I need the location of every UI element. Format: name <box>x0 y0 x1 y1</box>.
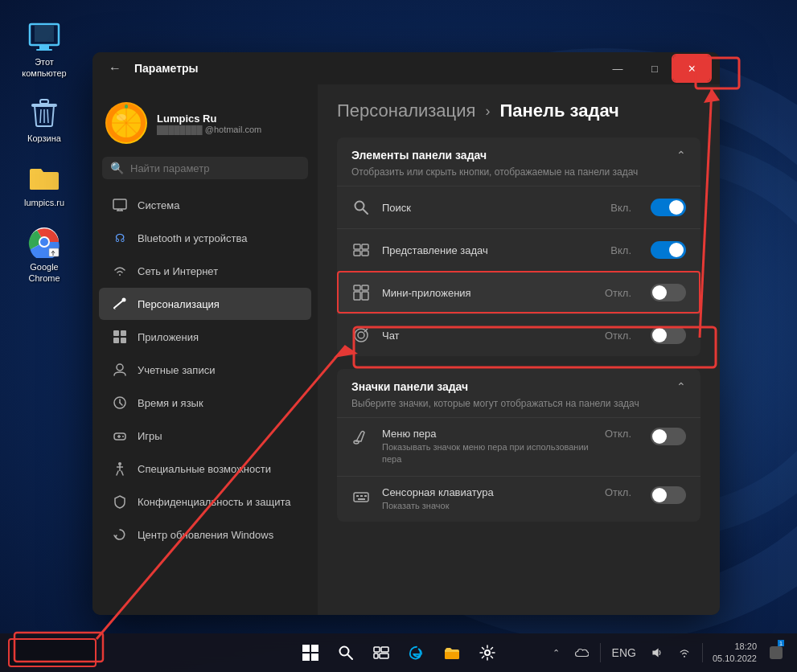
sidebar-item-accounts[interactable]: Учетные записи <box>99 354 311 386</box>
sidebar-item-network[interactable]: Сеть и Интернет <box>99 255 311 287</box>
taskbar-icons-section: Значки панели задач ⌃ Выберите значки, к… <box>337 369 700 522</box>
sidebar-item-network-label: Сеть и Интернет <box>138 265 218 277</box>
sidebar-item-accessibility-label: Специальные возможности <box>138 463 271 475</box>
svg-rect-77 <box>374 647 380 652</box>
section-title-taskbar-items: Элементы панели задач <box>351 149 487 162</box>
svg-rect-30 <box>113 338 119 343</box>
user-info: Lumpics Ru ████████ @hotmail.com <box>157 113 261 134</box>
svg-rect-63 <box>358 498 365 500</box>
taskbar-explorer-button[interactable] <box>436 633 468 672</box>
svg-rect-22 <box>113 199 126 209</box>
desktop-icon-folder[interactable]: lumpics.ru <box>12 157 76 213</box>
page-title: Панель задач <box>499 100 619 121</box>
toggle-task-view[interactable] <box>651 241 686 259</box>
user-profile[interactable]: Lumpics Ru ████████ @hotmail.com <box>92 94 318 157</box>
setting-label-search: Поиск <box>382 202 599 214</box>
svg-rect-29 <box>121 330 126 336</box>
setting-row-search: Поиск Вкл. <box>337 186 700 228</box>
nav-items: Система ☊ Bluetooth и устройства Сеть и … <box>92 189 318 551</box>
touch-keyboard-title: Сенсорная клавиатура <box>382 486 594 498</box>
chat-icon <box>351 326 371 345</box>
breadcrumb: Персонализация <box>337 100 475 121</box>
svg-rect-1 <box>35 26 54 42</box>
close-button[interactable]: ✕ <box>673 55 710 81</box>
main-panel: Персонализация › Панель задач Элементы п… <box>318 84 720 615</box>
desktop-icon-recycle-bin[interactable]: Корзина <box>12 92 76 149</box>
svg-rect-61 <box>360 495 363 497</box>
desktop-icon-chrome[interactable]: Google Chrome <box>12 221 76 289</box>
sidebar-item-time[interactable]: Время и язык <box>99 387 311 419</box>
search-input[interactable] <box>130 162 300 174</box>
svg-point-32 <box>117 364 123 371</box>
tray-separator-2 <box>702 643 703 662</box>
folder-icon <box>28 162 60 194</box>
taskbar-mini-apps-area <box>8 638 97 667</box>
desktop-icon-this-pc[interactable]: Этот компьютер <box>12 16 76 84</box>
accounts-icon <box>112 362 128 378</box>
section-header-taskbar-items[interactable]: Элементы панели задач ⌃ <box>337 137 700 166</box>
sidebar-item-accessibility[interactable]: Специальные возможности <box>99 453 311 485</box>
maximize-button[interactable]: □ <box>636 55 673 81</box>
sidebar-item-apps[interactable]: Приложения <box>99 321 311 353</box>
sidebar-item-system[interactable]: Система <box>99 189 311 221</box>
svg-rect-3 <box>36 49 52 51</box>
section-title-taskbar-icons: Значки панели задач <box>351 380 468 393</box>
breadcrumb-separator: › <box>485 103 490 120</box>
svg-rect-60 <box>356 495 359 497</box>
svg-line-46 <box>364 210 368 215</box>
sidebar-item-privacy-label: Конфиденциальность и защита <box>138 496 291 508</box>
onedrive-icon[interactable] <box>569 633 594 672</box>
network-status[interactable] <box>673 645 696 661</box>
minimize-button[interactable]: — <box>599 55 636 81</box>
touch-keyboard-desc: Показать значок <box>382 500 594 512</box>
sidebar-item-gaming[interactable]: Игры <box>99 420 311 452</box>
back-button[interactable]: ← <box>102 58 128 79</box>
toggle-widgets[interactable] <box>651 284 686 301</box>
toggle-touch-keyboard[interactable] <box>651 486 686 504</box>
svg-rect-72 <box>311 645 318 652</box>
system-tray-expand[interactable]: ⌃ <box>548 646 565 660</box>
taskbar-settings-button[interactable] <box>471 633 503 672</box>
window-title: Параметры <box>134 62 199 75</box>
settings-content: Lumpics Ru ████████ @hotmail.com 🔍 <box>92 84 720 615</box>
section-header-taskbar-icons[interactable]: Значки панели задач ⌃ <box>337 369 700 398</box>
toggle-chat[interactable] <box>651 326 686 344</box>
taskbar-time[interactable]: 18:20 05.10.2022 <box>709 639 760 667</box>
svg-rect-5 <box>40 100 48 104</box>
sidebar-item-windows-update[interactable]: Центр обновления Windows <box>99 518 311 551</box>
sidebar-item-bluetooth[interactable]: ☊ Bluetooth и устройства <box>99 222 311 254</box>
search-box[interactable]: 🔍 <box>102 157 308 179</box>
svg-rect-74 <box>311 654 318 661</box>
sidebar-item-privacy[interactable]: Конфиденциальность и защита <box>99 486 311 518</box>
setting-status-task-view: Вкл. <box>610 244 631 256</box>
language-indicator[interactable]: ENG <box>607 645 641 661</box>
taskbar-task-view-button[interactable] <box>365 633 397 672</box>
svg-point-39 <box>122 436 124 437</box>
svg-rect-73 <box>302 654 310 661</box>
svg-point-81 <box>485 650 490 655</box>
toggle-pen-menu[interactable] <box>651 428 686 445</box>
widgets-icon <box>351 283 371 302</box>
taskbar-search-button[interactable] <box>330 633 362 672</box>
taskbar-right: ⌃ ENG 18:20 05.10.2022 <box>548 633 797 672</box>
sidebar-item-gaming-label: Игры <box>138 430 162 442</box>
setting-status-widgets: Откл. <box>605 287 631 299</box>
toggle-search[interactable] <box>651 199 686 216</box>
notification-button[interactable]: 1 <box>765 633 787 672</box>
date-display: 05.10.2022 <box>713 653 757 665</box>
personalization-icon <box>112 296 128 312</box>
sidebar-item-windows-update-label: Центр обновления Windows <box>138 529 273 541</box>
section-subtitle-taskbar-icons: Выберите значки, которые могут отображат… <box>337 398 700 417</box>
svg-rect-79 <box>374 654 378 658</box>
svg-line-76 <box>347 655 352 660</box>
pen-menu-icon <box>351 428 371 447</box>
sidebar-item-personalization[interactable]: Персонализация <box>99 288 311 320</box>
svg-line-6 <box>40 109 41 123</box>
taskbar-edge-button[interactable] <box>401 633 433 672</box>
volume-control[interactable] <box>646 645 668 661</box>
start-button[interactable] <box>294 633 327 672</box>
time-icon <box>112 395 128 411</box>
accessibility-icon <box>112 461 128 477</box>
pen-menu-desc: Показывать значок меню пера при использо… <box>382 441 594 466</box>
svg-rect-2 <box>39 46 49 49</box>
